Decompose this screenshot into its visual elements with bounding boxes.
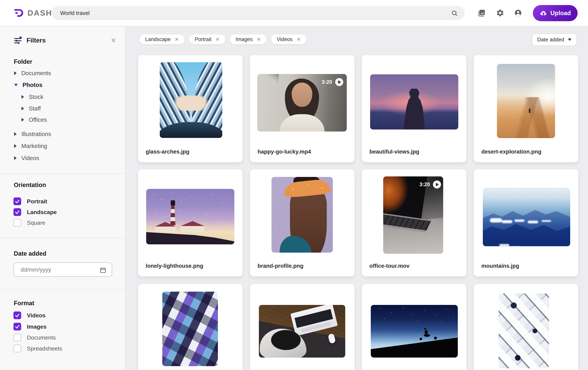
sidebar-item-documents[interactable]: Documents [14,69,51,77]
asset-filename: office-tour.mov [369,263,410,269]
search-input[interactable] [52,6,465,20]
asset-thumbnail [370,74,458,130]
checkbox-portrait[interactable]: Portrait [13,197,47,206]
asset-card[interactable]: lonely-lighthouse.png [138,169,242,276]
divider [0,289,125,289]
asset-card[interactable] [250,284,355,370]
asset-card[interactable]: brand-profile.png [250,169,355,276]
filter-chip-landscape[interactable]: Landscape ✕ [139,34,184,44]
asset-thumbnail [162,292,218,366]
folder-section-label: Folder [14,58,32,65]
video-duration-badge: 3:20 [420,180,441,188]
sort-dropdown[interactable]: Date added [532,33,577,46]
sidebar-item-illustrations[interactable]: Illustrations [14,130,51,138]
search-icon[interactable] [451,10,458,17]
account-avatar-icon[interactable] [514,9,522,17]
asset-thumbnail [497,64,555,138]
checkbox-landscape[interactable]: Landscape [13,208,57,217]
date-input[interactable] [14,263,112,276]
filter-chip-videos[interactable]: Videos ✕ [271,34,306,44]
asset-card[interactable]: mountains.jpg [474,169,578,276]
chevron-right-icon [14,71,17,75]
asset-thumbnail [499,294,549,368]
sliders-filter-icon [13,36,22,45]
asset-filename: brand-profile.png [258,263,304,269]
checkbox-images[interactable]: Images [13,322,47,331]
asset-filename: beautiful-views.jpg [369,149,419,155]
filters-title: Filters [27,37,46,44]
media-library-icon[interactable] [477,9,486,17]
asset-filename: desert-exploration.png [481,149,541,155]
asset-filename: glass-arches.jpg [146,149,189,155]
sidebar-item-marketing[interactable]: Marketing [14,142,47,150]
brand-icon [13,8,23,18]
checkbox-unchecked-icon[interactable] [13,345,21,352]
checkbox-square[interactable]: Square [13,218,45,227]
brand-name: DASH [28,8,52,18]
play-icon[interactable] [335,78,343,86]
orientation-section-label: Orientation [14,182,46,188]
checkbox-spreadsheets[interactable]: Spreadsheets [13,344,62,353]
date-added-section-label: Date added [14,250,46,257]
filters-sidebar: Filters ✕ Folder Documents Photos Stock … [0,27,125,370]
chevron-right-icon [14,144,17,148]
asset-thumbnail [272,177,333,253]
video-duration: 3:20 [322,79,332,85]
settings-gear-icon[interactable] [496,9,504,17]
asset-filename: mountains.jpg [481,263,519,269]
upload-button[interactable]: Upload [533,5,578,21]
asset-card[interactable] [138,284,242,370]
asset-thumbnail [160,62,222,138]
chevron-down-icon [14,84,18,86]
content-area: Landscape ✕ Portrait ✕ Images ✕ Videos ✕… [126,27,588,370]
checkbox-videos[interactable]: Videos [13,311,45,320]
global-search [52,6,465,20]
chevron-right-icon [21,107,24,110]
chevron-right-icon [14,132,17,136]
divider [0,174,125,174]
active-filter-chips: Landscape ✕ Portrait ✕ Images ✕ Videos ✕ [139,34,306,44]
asset-card[interactable]: desert-exploration.png [474,55,578,162]
checkbox-checked-icon[interactable] [13,208,21,216]
chevron-right-icon [14,156,17,160]
checkbox-checked-icon[interactable] [13,312,21,319]
chevron-right-icon [21,118,24,122]
asset-thumbnail [483,188,570,246]
asset-filename: lonely-lighthouse.png [146,263,203,269]
sidebar-item-staff[interactable]: Staff [21,105,41,112]
asset-thumbnail [259,305,345,358]
checkbox-checked-icon[interactable] [13,197,21,205]
sidebar-item-offices[interactable]: Offices [21,116,47,123]
checkbox-checked-icon[interactable] [13,323,21,330]
format-section-label: Format [14,300,34,307]
sidebar-item-stock[interactable]: Stock [21,93,43,101]
sidebar-item-photos[interactable]: Photos [14,81,42,89]
divider [0,238,125,238]
asset-card[interactable]: beautiful-views.jpg [362,55,466,162]
asset-thumbnail [146,189,234,244]
filter-chip-portrait[interactable]: Portrait ✕ [189,34,225,44]
chip-remove-icon[interactable]: ✕ [257,36,261,42]
asset-card[interactable]: 3:20 happy-go-lucky.mp4 [250,55,355,162]
play-icon[interactable] [433,180,441,188]
date-added-field [13,262,112,277]
close-icon[interactable]: ✕ [111,37,116,44]
video-duration-badge: 3:20 [322,78,343,86]
filter-chip-images[interactable]: Images ✕ [230,34,266,44]
chevron-right-icon [21,95,24,99]
checkbox-documents[interactable]: Documents [13,333,56,342]
asset-card[interactable] [362,284,466,370]
app-logo[interactable]: DASH [13,8,52,18]
asset-thumbnail [371,305,458,358]
chip-remove-icon[interactable]: ✕ [175,36,179,42]
asset-card[interactable]: 3:20 office-tour.mov [362,169,466,276]
asset-card[interactable]: glass-arches.jpg [138,55,242,162]
asset-card[interactable] [474,284,578,370]
chip-remove-icon[interactable]: ✕ [296,36,301,42]
checkbox-unchecked-icon[interactable] [13,334,21,341]
asset-filename: happy-go-lucky.mp4 [258,149,311,155]
checkbox-unchecked-icon[interactable] [13,219,21,227]
calendar-icon[interactable] [99,266,107,274]
chip-remove-icon[interactable]: ✕ [216,36,220,42]
sidebar-item-videos[interactable]: Videos [14,154,39,162]
